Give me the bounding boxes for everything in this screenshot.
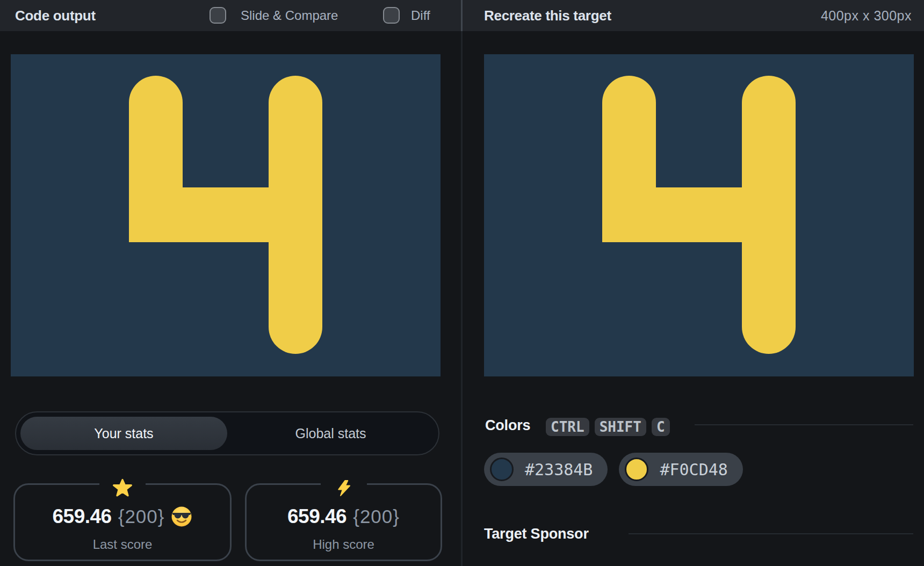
sponsor-divider-line bbox=[629, 533, 913, 534]
star-icon bbox=[99, 474, 146, 502]
color-swatches: #23384B #F0CD48 bbox=[484, 453, 743, 486]
last-score-card: 659.46 {200} bbox=[13, 483, 232, 561]
kbd-ctrl: CTRL bbox=[546, 418, 589, 436]
background-color-circle bbox=[490, 458, 514, 481]
slide-compare-label: Slide & Compare bbox=[241, 8, 338, 23]
target-sponsor-title: Target Sponsor bbox=[484, 526, 589, 542]
high-score-label: High score bbox=[247, 537, 441, 552]
app-root: Code output Slide & Compare Diff Your st… bbox=[0, 0, 924, 566]
foreground-color-hex: #F0CD48 bbox=[660, 460, 727, 479]
right-header-bar: Recreate this target 400px x 300px bbox=[463, 0, 924, 31]
high-score-card: 659.46 {200} High score bbox=[245, 483, 442, 561]
slide-compare-checkbox[interactable] bbox=[210, 7, 226, 24]
kbd-c: C bbox=[652, 418, 670, 436]
lightning-icon bbox=[321, 474, 367, 502]
last-score-value: 659.46 bbox=[53, 505, 112, 528]
colors-divider-line bbox=[695, 424, 913, 425]
recreate-target-title: Recreate this target bbox=[484, 8, 611, 24]
last-score-row: 659.46 {200} bbox=[15, 504, 230, 529]
target-panel: Recreate this target 400px x 300px Color… bbox=[463, 0, 924, 566]
swatch-background-color[interactable]: #23384B bbox=[484, 453, 608, 486]
left-header-bar: Code output Slide & Compare Diff bbox=[0, 0, 461, 31]
target-dimensions: 400px x 300px bbox=[821, 8, 912, 24]
copy-color-shortcut: CTRL SHIFT C bbox=[546, 418, 670, 436]
digit-cross-bar bbox=[129, 187, 322, 242]
digit-cross-bar bbox=[602, 187, 796, 242]
diff-label: Diff bbox=[411, 8, 430, 23]
foreground-color-circle bbox=[625, 458, 648, 481]
high-score-row: 659.46 {200} bbox=[247, 504, 441, 529]
swatch-foreground-color[interactable]: #F0CD48 bbox=[619, 453, 742, 486]
digit-4-artwork bbox=[11, 54, 441, 376]
kbd-shift: SHIFT bbox=[595, 418, 646, 436]
stats-tabs: Your stats Global stats bbox=[15, 411, 439, 455]
code-output-canvas bbox=[11, 54, 441, 376]
high-score-bracket: {200} bbox=[353, 506, 400, 527]
code-output-panel: Code output Slide & Compare Diff Your st… bbox=[0, 0, 461, 566]
code-output-title: Code output bbox=[15, 8, 96, 24]
tab-your-stats[interactable]: Your stats bbox=[20, 417, 227, 450]
background-color-hex: #23384B bbox=[525, 460, 593, 479]
high-score-value: 659.46 bbox=[287, 505, 346, 528]
sunglasses-face-emoji-icon bbox=[171, 506, 192, 527]
last-score-label: Last score bbox=[15, 537, 230, 552]
digit-4-target-artwork bbox=[484, 54, 914, 376]
last-score-bracket: {200} bbox=[118, 506, 165, 527]
tab-global-stats[interactable]: Global stats bbox=[227, 417, 434, 450]
target-image-canvas[interactable] bbox=[484, 54, 914, 376]
diff-checkbox[interactable] bbox=[383, 7, 400, 24]
colors-section-title: Colors bbox=[485, 417, 530, 434]
